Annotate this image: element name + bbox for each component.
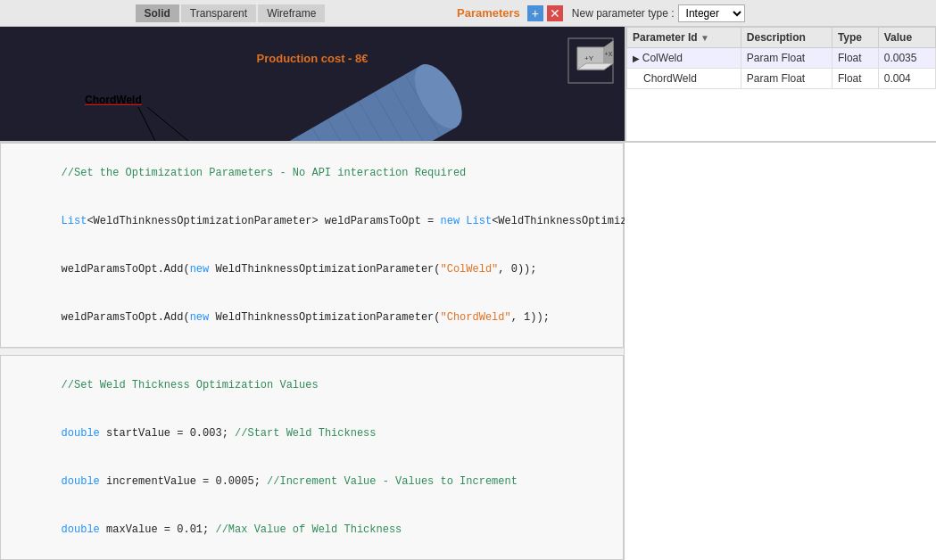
production-cost-label: Production cost - 8€ [257,52,369,65]
code-block-1: //Set the Optimization Parameters - No A… [0,143,624,348]
code-comment-2: //Set Weld Thickness Optimization Values [62,379,319,391]
wireframe-view-btn[interactable]: Wireframe [258,4,325,22]
param-value-1: 0.004 [878,69,935,89]
row-arrow-cell: ▶ ColWeld [627,48,741,69]
parameters-table: Parameter Id ▼ Description Type Value ▶ … [626,27,936,89]
param-value-0: 0.0035 [878,48,935,69]
top-toolbar: Solid Transparent Wireframe Parameters +… [0,0,936,27]
filter-icon: ▼ [700,33,709,43]
col-header-id[interactable]: Parameter Id ▼ [627,28,741,48]
code-section-left: //Set the Optimization Parameters - No A… [0,143,625,560]
param-id-colweld: ColWeld [642,52,683,64]
col-header-description: Description [741,28,832,48]
bottom-section: //Set the Optimization Parameters - No A… [0,141,936,560]
col-header-type: Type [832,28,878,48]
param-desc-1: Param Float [741,69,832,89]
param-type-1: Float [832,69,878,89]
param-id-chordweld: ChordWeld [627,69,741,89]
add-parameter-btn[interactable]: + [527,5,543,21]
parameters-label: Parameters [457,6,520,20]
delete-parameter-btn[interactable]: ✕ [547,5,563,21]
new-param-type-label: New parameter type : [572,7,675,20]
right-panel: Parameter Id ▼ Description Type Value ▶ … [625,27,936,141]
chordweld-label: ChordWeld [85,94,142,106]
svg-rect-0 [0,27,625,141]
3d-scene-svg [0,27,625,141]
orientation-cube: +Y +X [564,34,617,87]
table-row[interactable]: ▶ ColWeld Param Float Float 0.0035 [627,48,936,69]
code-right-filler [625,143,936,560]
param-desc-0: Param Float [741,48,832,69]
code-comment-1: //Set the Optimization Parameters - No A… [62,167,467,179]
solid-view-btn[interactable]: Solid [136,4,179,22]
new-param-type-select[interactable]: Integer Float String Boolean [678,4,745,22]
param-type-0: Float [832,48,878,69]
3d-viewport[interactable]: Production cost - 8€ [0,27,625,141]
transparent-view-btn[interactable]: Transparent [181,4,256,22]
col-header-value: Value [878,28,935,48]
svg-text:+X: +X [605,51,613,57]
table-row[interactable]: ChordWeld Param Float Float 0.004 [627,69,936,89]
code-block-2: //Set Weld Thickness Optimization Values… [0,355,624,560]
svg-text:+Y: +Y [584,54,594,62]
